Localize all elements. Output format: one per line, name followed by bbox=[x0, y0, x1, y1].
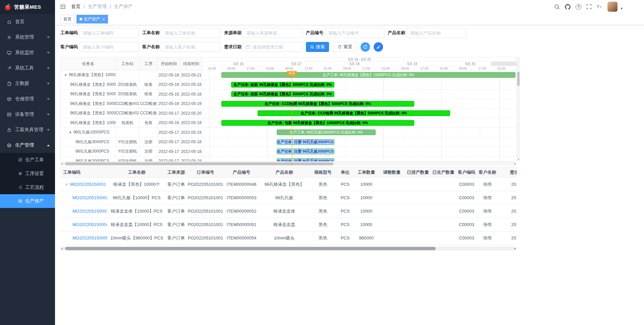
gantt-task-row[interactable]: 96孔移液盒【黑色】5000PCS CCD检测#01 CCD检测 2022-05… bbox=[61, 99, 203, 109]
process: 组装 bbox=[139, 90, 158, 99]
chevron-down-icon bbox=[47, 52, 50, 54]
gantt-task-grid: 任务名 工作站 工序 开始时间 结束时间 ▼96孔移液盒【黑色】10000PCS… bbox=[60, 57, 203, 165]
gantt-bar-row: 生产工单: 96孔孔板10000PCS 完成比例: 0% bbox=[203, 128, 517, 138]
chevron-down-icon bbox=[47, 83, 50, 85]
source-doc-input[interactable] bbox=[243, 28, 303, 38]
gantt-task-bar[interactable]: 生产任务: 组装 96孔移液盒【黑色】5000PCS 完成比例: 0% bbox=[231, 82, 334, 88]
sidebar-item-equipment[interactable]: 设备管理 bbox=[0, 107, 55, 122]
hamburger-icon[interactable] bbox=[60, 4, 66, 9]
work-order-link[interactable]: MO202205150002 bbox=[72, 195, 107, 200]
chevron-down-icon bbox=[47, 129, 50, 131]
demand-date-input[interactable] bbox=[243, 42, 303, 52]
help-icon[interactable]: ? bbox=[576, 4, 581, 10]
field-label: 产品名称 bbox=[388, 30, 407, 36]
gantt-task-bar[interactable]: 生产任务: CCD检测 96孔移液盒【黑色】5000PCS 完成比例: 0% bbox=[258, 110, 450, 116]
gantt-task-row[interactable]: 96孔移液盒【黑色】5000PCS Z01组装机 组装 2022-05-16 2… bbox=[61, 80, 203, 90]
sidebar-item-home[interactable]: 首页 bbox=[0, 14, 55, 30]
scroll-right-icon[interactable]: ▸ bbox=[514, 247, 516, 251]
breadcrumb-home[interactable]: 首页 bbox=[71, 4, 80, 10]
table-row[interactable]: ∨MO202205150001 移液盒【黑色】10000个 客户订单 PO202… bbox=[60, 178, 517, 191]
gantt-task-row[interactable]: 96孔孔板3000PCS Y02注塑机 注塑 2022-05-17 2022-0… bbox=[61, 147, 203, 157]
sidebar-item-production[interactable]: 生产管理 bbox=[0, 138, 55, 153]
gantt-task-bar[interactable]: 生产任务: 包装 96孔移液盒【黑色】10000PCS 完成比例: 0% bbox=[221, 120, 414, 126]
gantt-task-row[interactable]: 96孔孔板3000PCS Y01注塑机 注塑 2022-05-17 2022-0… bbox=[61, 138, 203, 147]
scroll-left-icon[interactable]: ◂ bbox=[61, 162, 63, 166]
work-order-link[interactable]: MO202205150004 bbox=[72, 222, 107, 227]
order-cell: 10000 bbox=[355, 205, 378, 218]
order-cell: 202 bbox=[498, 218, 517, 231]
refresh-schedule-button[interactable] bbox=[361, 42, 370, 52]
table-row[interactable]: MO202205150005 10mm吸头【960000】PCS 客户订单 PO… bbox=[60, 231, 517, 245]
work-order-link[interactable]: MO202205150003 bbox=[72, 209, 107, 214]
tree-expand-icon[interactable]: ▼ bbox=[64, 73, 67, 77]
sidebar-item-system-monitor[interactable]: 系统监控 bbox=[0, 45, 55, 60]
gantt-task-bar[interactable]: 生产任务: 注塑 96孔孔板3000PCS 完成 bbox=[277, 149, 334, 154]
sidebar-subitem-process-flow[interactable]: 工艺流程 bbox=[0, 180, 55, 194]
gantt-task-bar[interactable]: 生产任务: 组装 96孔移液盒【黑色】5000PCS 完成比例: 0% bbox=[231, 91, 334, 97]
avatar[interactable] bbox=[607, 2, 618, 12]
menu-label: 首页 bbox=[15, 19, 24, 25]
scrollbar-thumb[interactable] bbox=[65, 162, 333, 165]
font-size-icon[interactable]: TT bbox=[597, 4, 602, 9]
work-order-name-input[interactable] bbox=[161, 28, 221, 38]
order-cell: ITEM00000054 bbox=[225, 231, 258, 245]
scroll-left-icon[interactable]: ◂ bbox=[61, 247, 63, 251]
work-order-link[interactable]: MO202205150001 bbox=[70, 182, 106, 187]
workstation: Z01组装机 bbox=[116, 80, 140, 90]
gantt-task-row[interactable]: 96孔孔板3000PCS Y03注塑机 注塑 2022-05-17 2022-0… bbox=[61, 157, 203, 162]
sidebar-subitem-scheduling[interactable]: 生产排产 bbox=[0, 194, 55, 208]
sidebar-item-fixture[interactable]: 工装夹具管理 bbox=[0, 122, 55, 138]
scroll-down-icon[interactable]: ▾ bbox=[517, 158, 520, 161]
gantt-task-bar[interactable]: 生产任务: CCD检测 96孔移液盒【黑色】5000PCS 完成比例: 0% bbox=[221, 101, 414, 107]
reset-button[interactable]: 重置 bbox=[333, 42, 357, 52]
search-icon[interactable] bbox=[554, 4, 560, 10]
product-name-input[interactable] bbox=[407, 28, 466, 38]
bar-label: 生产任务: 组装 96孔移液盒【黑色】5000PCS 完成比例: 0% bbox=[234, 92, 332, 97]
expand-row-icon[interactable]: ∨ bbox=[65, 182, 68, 187]
filter-row-1: 工单编码 工单名称 来源单据 产品编号 产品名称 bbox=[60, 28, 470, 38]
scrollbar-thumb[interactable] bbox=[517, 72, 520, 86]
sidebar-item-master-data[interactable]: 主数据 bbox=[0, 76, 55, 91]
breadcrumb-production-mgmt[interactable]: 生产管理 bbox=[88, 4, 107, 10]
filter-work-order-name: 工单名称 bbox=[142, 28, 221, 38]
gantt-order-bar[interactable]: 生产工单: 96孔移液盒【黑色】10000PCS 完成比例: 0% bbox=[221, 72, 516, 78]
table-row[interactable]: MO202205150004 移液盒盒盖【10000】PCS 客户订单 PO20… bbox=[60, 218, 517, 231]
tag-home[interactable]: 首页 bbox=[60, 15, 74, 23]
gantt-task-row[interactable]: 96孔移液盒【黑色】5000PCS CCD检测#02 CCD检测 2022-05… bbox=[61, 109, 203, 118]
sidebar-item-system-mgmt[interactable]: 系统管理 bbox=[0, 30, 55, 45]
order-cell: C00003 bbox=[457, 205, 476, 218]
search-button[interactable]: 搜索 bbox=[306, 42, 329, 52]
order-cell: 202 bbox=[498, 191, 517, 205]
sidebar-subitem-work-order[interactable]: 生产工单 bbox=[0, 153, 55, 167]
gantt-task-row[interactable]: 96孔移液盒【黑色】10000PCS 包装机 包装 2022-05-16 202… bbox=[61, 118, 203, 128]
sidebar-item-warehouse[interactable]: 仓储管理 bbox=[0, 91, 55, 107]
table-row[interactable]: MO202205150003 移液盒盒体【10000】PCS 客户订单 PO20… bbox=[60, 205, 517, 218]
table-row[interactable]: MO202205150002 96孔孔板【10000】PCS 客户订单 PO20… bbox=[60, 191, 517, 205]
fullscreen-icon[interactable] bbox=[586, 4, 592, 9]
sidebar-item-system-tools[interactable]: 系统工具 bbox=[0, 60, 55, 76]
edit-schedule-button[interactable] bbox=[374, 42, 383, 52]
work-order-link[interactable]: MO202205150005 bbox=[72, 235, 107, 240]
tag-scheduling[interactable]: 生产排产 × bbox=[76, 15, 108, 23]
tree-expand-icon[interactable]: ▼ bbox=[69, 131, 72, 134]
github-icon[interactable] bbox=[565, 4, 571, 10]
app-logo[interactable]: 苦糖果MES bbox=[0, 0, 55, 14]
order-cell: 10000 bbox=[355, 178, 378, 191]
sidebar-subitem-process-settings[interactable]: 工序设置 bbox=[0, 167, 55, 180]
gantt-task-row[interactable]: 96孔移液盒【黑色】5000PCS Z02组装机 组装 2022-05-16 2… bbox=[61, 90, 203, 99]
gantt-task-row[interactable]: ▼96孔孔板10000PCS 2022-05-17 2022-05-19 bbox=[61, 128, 203, 138]
gantt-task-row[interactable]: ▼96孔移液盒【黑色】10000PCS 2022-05-16 2022-05-2… bbox=[61, 70, 203, 80]
product-code-input[interactable] bbox=[325, 28, 384, 38]
scrollbar-thumb[interactable] bbox=[65, 247, 436, 250]
gantt-task-bar[interactable]: 生产任务: 注塑 96孔孔板3000PCS 完成 bbox=[277, 139, 334, 145]
customer-name-input[interactable] bbox=[161, 42, 221, 52]
customer-code-input[interactable] bbox=[79, 42, 139, 52]
home-icon bbox=[7, 19, 12, 24]
gantt-vertical-scrollbar: ▾ bbox=[517, 57, 520, 161]
scroll-right-icon[interactable]: ▸ bbox=[514, 162, 516, 166]
order-cell: 移液盒【黑色】10000个 bbox=[107, 178, 166, 191]
breadcrumb-current: 生产排产 bbox=[114, 4, 133, 10]
work-order-code-input[interactable] bbox=[79, 28, 139, 38]
caret-down-icon[interactable]: ▾ bbox=[621, 6, 623, 11]
close-icon[interactable]: × bbox=[102, 17, 105, 21]
